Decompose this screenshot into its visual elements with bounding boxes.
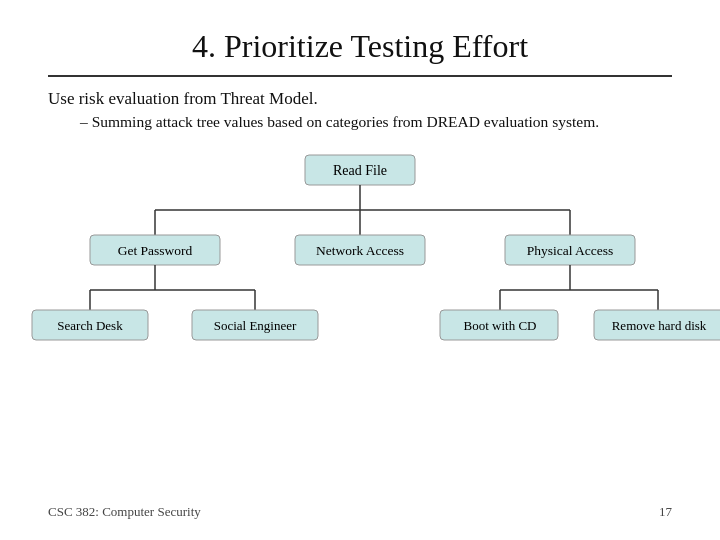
level1-node-0: Get Password [118, 243, 193, 258]
title-divider [48, 75, 672, 77]
level2-node-1: Social Engineer [214, 318, 297, 333]
slide: 4. Prioritize Testing Effort Use risk ev… [0, 0, 720, 540]
footer-page: 17 [659, 504, 672, 520]
level2-node-2: Boot with CD [464, 318, 537, 333]
bullet-text: – Summing attack tree values based on ca… [80, 113, 672, 131]
footer: CSC 382: Computer Security 17 [48, 498, 672, 520]
root-node-label: Read File [333, 163, 387, 178]
body-line1: Use risk evaluation from Threat Model. [48, 89, 672, 109]
level1-node-1: Network Access [316, 243, 404, 258]
footer-course: CSC 382: Computer Security [48, 504, 201, 520]
level2-node-3: Remove hard disk [612, 318, 707, 333]
tree-svg: Read File Get Password Network Access Ph… [40, 155, 680, 345]
tree-diagram: Read File Get Password Network Access Ph… [48, 155, 672, 498]
level2-node-0: Search Desk [57, 318, 123, 333]
slide-title: 4. Prioritize Testing Effort [48, 28, 672, 65]
level1-node-2: Physical Access [527, 243, 614, 258]
